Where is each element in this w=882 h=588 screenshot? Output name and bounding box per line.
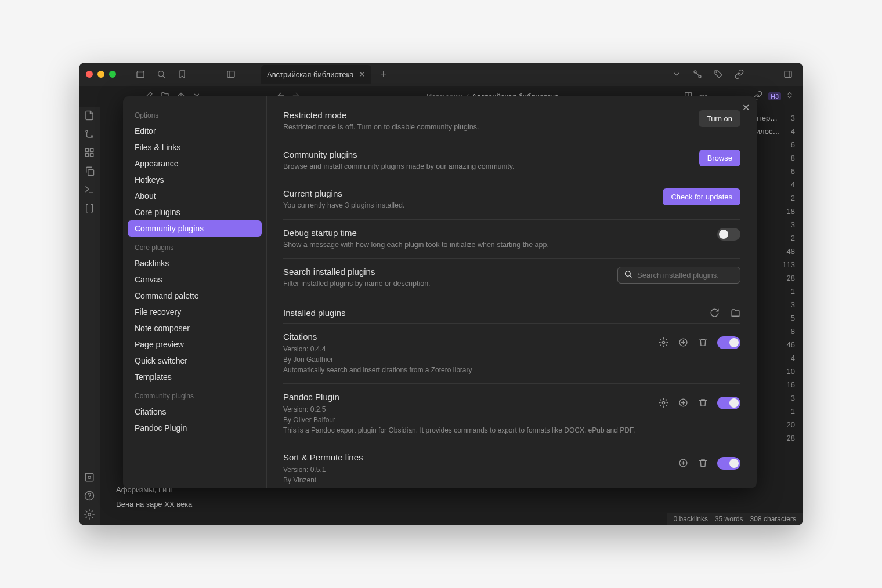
bracket-icon[interactable] <box>84 203 95 213</box>
turn-on-button[interactable]: Turn on <box>699 110 740 127</box>
plugin-delete-icon[interactable] <box>697 337 708 348</box>
word-count: 35 words <box>715 515 743 523</box>
files-icon[interactable] <box>84 110 95 121</box>
graph-icon[interactable] <box>689 66 706 82</box>
linked-mention-count: 28 <box>787 434 795 442</box>
plugin-delete-icon[interactable] <box>697 458 708 469</box>
plugin-name: Sort & Permute lines <box>283 452 668 462</box>
git-icon[interactable] <box>84 129 95 139</box>
search-plugins-input[interactable] <box>637 271 734 280</box>
settings-nav-item[interactable]: File recovery <box>128 304 262 320</box>
settings-nav-item[interactable]: Canvas <box>128 271 262 288</box>
plugin-enable-toggle[interactable] <box>717 336 740 349</box>
app-window: Австрийская библиотека ✕ + <box>79 63 803 525</box>
settings-nav-item[interactable]: Pandoc Plugin <box>128 420 262 436</box>
reload-plugins-icon[interactable] <box>709 308 720 318</box>
svg-rect-14 <box>91 154 93 157</box>
linked-mention-count: 3 <box>791 394 795 402</box>
settings-nav-item[interactable]: Core plugins <box>128 204 262 220</box>
close-window-button[interactable] <box>86 71 93 78</box>
tab[interactable]: Австрийская библиотека ✕ <box>261 65 371 84</box>
outgoing-links-icon[interactable] <box>731 66 747 82</box>
plugin-hotkey-icon[interactable] <box>678 337 688 348</box>
linked-mention-count: 6 <box>791 167 795 176</box>
chevron-down-icon[interactable] <box>668 66 685 82</box>
linked-mention-count: 3 <box>791 220 795 229</box>
plugin-delete-icon[interactable] <box>697 398 708 408</box>
linked-mention-count: 1 <box>791 287 795 296</box>
plugin-settings-icon[interactable] <box>658 337 668 348</box>
search-icon <box>624 270 632 281</box>
settings-section-header: Core plugins <box>128 240 262 255</box>
settings-nav-item[interactable]: About <box>128 188 262 204</box>
setting-title-debug: Debug startup time <box>283 228 549 238</box>
settings-nav-item[interactable]: Command palette <box>128 288 262 304</box>
maximize-window-button[interactable] <box>109 71 116 78</box>
svg-point-19 <box>88 513 91 516</box>
debug-toggle[interactable] <box>717 228 740 241</box>
svg-rect-12 <box>91 148 93 151</box>
plugin-enable-toggle[interactable] <box>717 457 740 470</box>
bookmark-icon[interactable] <box>174 66 190 82</box>
svg-point-21 <box>662 341 664 343</box>
linked-mention-count: 4 <box>791 354 795 362</box>
settings-nav-item[interactable]: Page preview <box>128 336 262 353</box>
tags-icon[interactable] <box>710 66 726 82</box>
setting-title-current: Current plugins <box>283 188 404 198</box>
browse-button[interactable]: Browse <box>699 150 740 166</box>
copy-icon[interactable] <box>84 166 95 176</box>
settings-nav-item[interactable]: Editor <box>128 123 262 139</box>
settings-nav-item[interactable]: Citations <box>128 404 262 420</box>
search-icon[interactable] <box>153 66 169 82</box>
settings-nav-item[interactable]: Appearance <box>128 155 262 172</box>
svg-point-4 <box>716 72 717 72</box>
check-updates-button[interactable]: Check for updates <box>663 188 740 205</box>
settings-section-header: Options <box>128 108 262 123</box>
close-modal-icon[interactable]: ✕ <box>742 102 750 113</box>
expand-collapse-icon[interactable] <box>786 91 796 101</box>
new-tab-button[interactable]: + <box>376 68 392 81</box>
settings-nav-item[interactable]: Templates <box>128 369 262 385</box>
setting-desc-debug: Show a message with how long each plugin… <box>283 240 549 251</box>
svg-rect-11 <box>85 148 88 151</box>
settings-nav-item[interactable]: Files & Links <box>128 139 262 155</box>
plugin-settings-icon[interactable] <box>658 398 668 408</box>
settings-nav-item[interactable]: Community plugins <box>128 220 262 237</box>
settings-nav-item[interactable]: Quick switcher <box>128 353 262 369</box>
vault-icon[interactable] <box>132 66 149 82</box>
settings-content: Restricted mode Restricted mode is off. … <box>267 96 757 488</box>
svg-rect-15 <box>88 170 94 176</box>
help-icon[interactable] <box>84 491 95 501</box>
plugin-hotkey-icon[interactable] <box>678 398 688 408</box>
settings-icon[interactable] <box>84 509 95 520</box>
settings-modal: ✕ OptionsEditorFiles & LinksAppearanceHo… <box>123 96 757 488</box>
setting-desc-current: You currently have 3 plugins installed. <box>283 201 404 211</box>
grid-icon[interactable] <box>84 147 95 158</box>
left-sidebar-toggle-icon[interactable] <box>223 66 239 82</box>
open-plugins-folder-icon[interactable] <box>730 308 740 318</box>
vault-switcher-icon[interactable] <box>84 472 95 482</box>
settings-nav-item[interactable]: Backlinks <box>128 255 262 271</box>
plugin-meta: Version: 0.5.1By Vinzent <box>283 464 668 485</box>
minimize-window-button[interactable] <box>97 71 104 78</box>
status-bar: 0 backlinks 35 words 308 characters <box>667 513 803 525</box>
linked-mention-count: 18 <box>787 207 795 216</box>
plugin-meta: Version: 0.4.4By Jon GauthierAutomatical… <box>283 344 649 375</box>
close-tab-icon[interactable]: ✕ <box>359 70 366 79</box>
linked-mention-count: 46 <box>787 340 795 349</box>
plugin-row: Sort & Permute linesVersion: 0.5.1By Vin… <box>283 444 740 489</box>
settings-nav-item[interactable]: Hotkeys <box>128 172 262 188</box>
file-item[interactable]: Вена на заре XX века <box>104 497 269 511</box>
setting-desc-restricted: Restricted mode is off. Turn on to disab… <box>283 122 479 133</box>
setting-desc-search: Filter installed plugins by name or desc… <box>283 279 431 289</box>
plugin-enable-toggle[interactable] <box>717 397 740 409</box>
setting-title-restricted: Restricted mode <box>283 110 479 120</box>
heading-indicator[interactable]: H3 <box>768 92 781 100</box>
plugin-hotkey-icon[interactable] <box>678 458 688 469</box>
linked-mention-count: 4 <box>791 127 795 136</box>
backlinks-count: 0 backlinks <box>674 515 708 523</box>
left-rail <box>79 107 100 525</box>
terminal-icon[interactable] <box>84 184 95 195</box>
right-sidebar-toggle-icon[interactable] <box>780 66 796 82</box>
settings-nav-item[interactable]: Note composer <box>128 320 262 336</box>
